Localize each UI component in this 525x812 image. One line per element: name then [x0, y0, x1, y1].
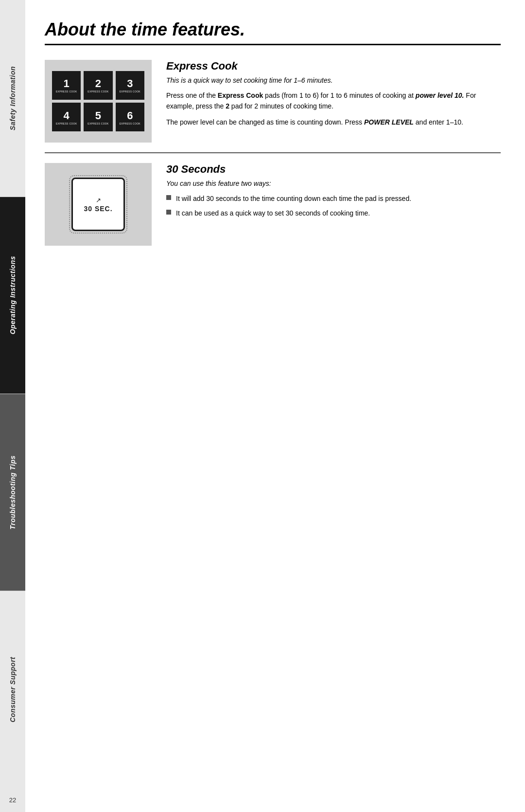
button-4-number: 4: [64, 110, 70, 121]
bullet-square-1: [166, 195, 171, 200]
button-3-number: 3: [127, 78, 133, 89]
bullet-text-1: It will add 30 seconds to the time count…: [176, 193, 411, 204]
sidebar-label-tips: Troubleshooting Tips: [9, 455, 17, 530]
page-title: About the time features.: [45, 19, 501, 45]
bold-power-level: power level 10.: [416, 91, 464, 99]
thirty-seconds-subtitle: You can use this feature two ways:: [166, 180, 501, 187]
thirty-sec-button[interactable]: ↗ 30 SEC.: [71, 178, 125, 231]
bold-power-level-2: POWER LEVEL: [364, 118, 414, 126]
button-1-number: 1: [64, 78, 70, 89]
express-cook-heading: Express Cook: [166, 60, 501, 72]
express-cook-subtitle: This is a quick way to set cooking time …: [166, 76, 501, 84]
express-cook-button-1[interactable]: 1 EXPRESS COOK: [52, 71, 81, 100]
sidebar-section-support[interactable]: Consumer Support: [0, 591, 25, 788]
button-5-label: EXPRESS COOK: [88, 122, 108, 125]
thirty-seconds-bullets: It will add 30 seconds to the time count…: [166, 193, 501, 219]
button-2-label: EXPRESS COOK: [88, 90, 108, 93]
thirty-seconds-image: ↗ 30 SEC.: [45, 163, 152, 246]
sidebar: Safety Information Operating Instruction…: [0, 0, 25, 812]
sidebar-label-support: Consumer Support: [9, 657, 17, 722]
express-cook-button-2[interactable]: 2 EXPRESS COOK: [84, 71, 112, 100]
sidebar-section-operating[interactable]: Operating Instructions: [0, 197, 25, 394]
main-content: About the time features. 1 EXPRESS COOK …: [25, 0, 525, 812]
button-6-number: 6: [127, 110, 133, 121]
button-6-label: EXPRESS COOK: [120, 122, 140, 125]
express-cook-image: 1 EXPRESS COOK 2 EXPRESS COOK 3 EXPRESS …: [45, 60, 152, 143]
button-4-label: EXPRESS COOK: [56, 122, 77, 125]
express-cook-button-5[interactable]: 5 EXPRESS COOK: [84, 103, 112, 131]
sec-button-label: 30 SEC.: [84, 205, 112, 213]
button-3-label: EXPRESS COOK: [120, 90, 140, 93]
express-cook-buttons-grid: 1 EXPRESS COOK 2 EXPRESS COOK 3 EXPRESS …: [52, 71, 144, 132]
thirty-seconds-text: 30 Seconds You can use this feature two …: [166, 163, 501, 246]
express-cook-text: Express Cook This is a quick way to set …: [166, 60, 501, 143]
sidebar-section-safety[interactable]: Safety Information: [0, 0, 25, 197]
bullet-item-1: It will add 30 seconds to the time count…: [166, 193, 501, 204]
sec-button-container: ↗ 30 SEC.: [64, 170, 132, 238]
thirty-seconds-section: ↗ 30 SEC. 30 Seconds You can use this fe…: [45, 163, 501, 255]
express-cook-button-6[interactable]: 6 EXPRESS COOK: [116, 103, 144, 131]
express-cook-body2: The power level can be changed as time i…: [166, 117, 501, 127]
bold-2: 2: [226, 102, 229, 110]
bullet-text-2: It can be used as a quick way to set 30 …: [176, 208, 370, 218]
express-cook-section: 1 EXPRESS COOK 2 EXPRESS COOK 3 EXPRESS …: [45, 60, 501, 153]
thirty-seconds-heading: 30 Seconds: [166, 163, 501, 176]
express-cook-body1: Press one of the Express Cook pads (from…: [166, 90, 501, 112]
button-2-number: 2: [95, 78, 101, 89]
bold-express-cook: Express Cook: [218, 91, 263, 99]
button-5-number: 5: [95, 110, 101, 121]
arrow-icon: ↗: [96, 197, 101, 204]
express-cook-button-3[interactable]: 3 EXPRESS COOK: [116, 71, 144, 100]
sidebar-label-safety: Safety Information: [9, 66, 17, 130]
express-cook-button-4[interactable]: 4 EXPRESS COOK: [52, 103, 81, 131]
button-1-label: EXPRESS COOK: [56, 90, 77, 93]
page-number-area: 22: [0, 788, 25, 812]
sidebar-section-tips[interactable]: Troubleshooting Tips: [0, 394, 25, 591]
page-number: 22: [9, 796, 16, 804]
sidebar-label-operating: Operating Instructions: [9, 256, 17, 334]
bullet-square-2: [166, 210, 171, 215]
bullet-item-2: It can be used as a quick way to set 30 …: [166, 208, 501, 218]
